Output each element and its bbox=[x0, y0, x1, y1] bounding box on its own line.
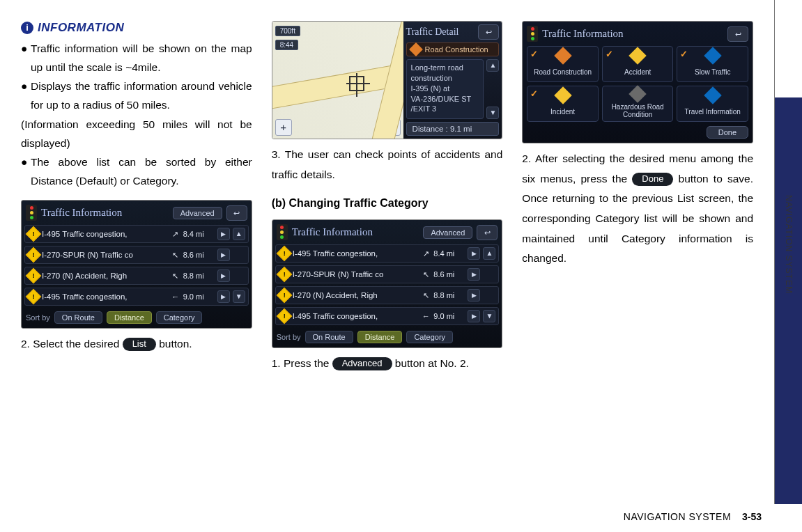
info-bullet-1: Traffic information will be shown on the… bbox=[31, 39, 252, 77]
ti-title: Traffic Information bbox=[292, 226, 419, 238]
category-label: Slow Traffic bbox=[695, 65, 731, 79]
footer-page: 3-53 bbox=[742, 511, 762, 522]
traffic-row-icon: ! bbox=[276, 246, 292, 262]
traffic-row-expand[interactable]: ▶ bbox=[468, 247, 480, 260]
traffic-row-direction-icon: ↗ bbox=[171, 230, 180, 239]
map-scale-badge: 700ft bbox=[275, 26, 300, 36]
category-diamond-icon bbox=[704, 86, 721, 104]
traffic-list-row[interactable]: !I-270 (N) Accident, Righ↖8.8 mi▶ bbox=[275, 286, 500, 304]
traffic-row-expand[interactable]: ▶ bbox=[468, 268, 480, 281]
category-diamond-icon bbox=[629, 85, 646, 102]
info-note: (Information exceeding 50 miles will not… bbox=[21, 115, 252, 152]
traffic-row-icon: ! bbox=[26, 226, 42, 242]
col3-step2: 2. After selecting the desired menu amon… bbox=[522, 149, 753, 269]
category-tile[interactable]: ✓Slow Traffic bbox=[677, 46, 748, 82]
traffic-row-direction-icon: ↖ bbox=[171, 251, 180, 260]
traffic-list-row[interactable]: !I-495 Traffic congestion,↗8.4 mi▶▲ bbox=[24, 225, 249, 243]
category-label: Accident bbox=[624, 65, 651, 79]
info-icon: i bbox=[21, 22, 33, 34]
traffic-detail-screenshot: 700ft 8:44 + − Traffic Detail ↩ Road Con… bbox=[272, 21, 503, 139]
cat-title: Traffic Information bbox=[542, 28, 723, 40]
col2-step1: 1. Press the Advanced button at No. 2. bbox=[272, 354, 503, 374]
traffic-row-icon: ! bbox=[276, 288, 292, 304]
traffic-list-row[interactable]: !I-270-SPUR (N) Traffic co↖8.6 mi▶ bbox=[275, 265, 500, 283]
traffic-row-direction-icon: ↖ bbox=[421, 291, 431, 300]
footer-section: NAVIGATION SYSTEM bbox=[624, 511, 731, 522]
back-button[interactable]: ↩ bbox=[226, 205, 247, 221]
sort-category[interactable]: Category bbox=[156, 311, 203, 324]
information-title: INFORMATION bbox=[38, 21, 124, 35]
scroll-up-button[interactable]: ▲ bbox=[233, 228, 245, 240]
category-tile[interactable]: Hazardous Road Condition bbox=[602, 86, 674, 122]
scroll-down-button[interactable]: ▼ bbox=[486, 107, 499, 119]
category-tile[interactable]: ✓Road Construction bbox=[527, 46, 599, 82]
traffic-row-direction-icon: ↗ bbox=[421, 249, 431, 258]
traffic-row-distance: 8.8 mi bbox=[183, 272, 215, 280]
traffic-list-row[interactable]: !I-270-SPUR (N) Traffic co↖8.6 mi▶ bbox=[24, 246, 249, 264]
information-list: ●Traffic information will be shown on th… bbox=[21, 39, 252, 190]
traffic-row-expand[interactable]: ▶ bbox=[217, 290, 230, 303]
traffic-row-expand[interactable]: ▶ bbox=[468, 289, 480, 302]
back-button[interactable]: ↩ bbox=[477, 225, 498, 240]
traffic-row-label: I-495 Traffic congestion, bbox=[293, 312, 419, 320]
traffic-row-label: I-270-SPUR (N) Traffic co bbox=[293, 270, 419, 279]
category-diamond-icon bbox=[554, 47, 571, 64]
advanced-button[interactable]: Advanced bbox=[423, 226, 472, 239]
traffic-row-distance: 9.0 mi bbox=[183, 292, 215, 301]
traffic-list-row[interactable]: !I-270 (N) Accident, Righ↖8.8 mi▶ bbox=[24, 267, 249, 285]
sort-on-route[interactable]: On Route bbox=[54, 311, 102, 324]
traffic-light-icon bbox=[277, 224, 288, 240]
traffic-list-row[interactable]: !I-495 Traffic congestion,↗8.4 mi▶▲ bbox=[275, 244, 500, 263]
traffic-row-expand[interactable]: ▶ bbox=[217, 228, 230, 240]
scroll-up-button[interactable]: ▲ bbox=[486, 59, 499, 72]
sort-on-route[interactable]: On Route bbox=[305, 331, 353, 343]
traffic-row-icon: ! bbox=[26, 247, 42, 263]
traffic-light-icon bbox=[26, 205, 37, 221]
advanced-button-inline[interactable]: Advanced bbox=[332, 357, 392, 370]
done-button[interactable]: Done bbox=[707, 126, 748, 139]
back-button[interactable]: ↩ bbox=[727, 26, 748, 42]
traffic-row-distance: 8.8 mi bbox=[433, 291, 465, 299]
traffic-row-expand[interactable]: ▶ bbox=[217, 249, 230, 261]
category-tile[interactable]: ✓Incident bbox=[527, 86, 599, 122]
category-tile[interactable]: Travel Information bbox=[677, 86, 748, 122]
check-icon: ✓ bbox=[606, 49, 613, 59]
traffic-row-label: I-495 Traffic congestion, bbox=[42, 230, 168, 238]
traffic-info-list-screenshot: Traffic Information Advanced ↩ !I-495 Tr… bbox=[21, 200, 252, 329]
traffic-list-row[interactable]: !I-495 Traffic congestion,←9.0 mi▶▼ bbox=[24, 288, 249, 306]
sort-distance[interactable]: Distance bbox=[357, 331, 403, 343]
traffic-list-row[interactable]: !I-495 Traffic congestion,←9.0 mi▶▼ bbox=[275, 307, 500, 325]
sort-distance[interactable]: Distance bbox=[107, 311, 152, 324]
list-button[interactable]: List bbox=[123, 338, 156, 351]
col2-step3: 3. The user can check points of accident… bbox=[272, 145, 503, 185]
scroll-up-button[interactable]: ▲ bbox=[483, 247, 495, 260]
traffic-row-distance: 9.0 mi bbox=[433, 312, 465, 320]
traffic-row-label: I-270 (N) Accident, Righ bbox=[42, 272, 168, 280]
map-panel[interactable]: 700ft 8:44 + − bbox=[272, 22, 403, 139]
traffic-detail-distance: Distance : 9.1 mi bbox=[406, 122, 500, 136]
traffic-row-icon: ! bbox=[26, 268, 42, 284]
zoom-out-button[interactable]: − bbox=[384, 119, 401, 136]
traffic-row-label: I-495 Traffic congestion, bbox=[293, 249, 419, 258]
side-tab-label: NAVIGATION SYSTEM bbox=[784, 195, 794, 294]
done-button-inline[interactable]: Done bbox=[632, 173, 673, 186]
traffic-row-distance: 8.4 mi bbox=[433, 249, 465, 258]
info-bullet-3: The above list can be sorted by either D… bbox=[31, 152, 252, 190]
sort-category[interactable]: Category bbox=[406, 331, 453, 343]
sort-by-label: Sort by bbox=[26, 313, 50, 322]
advanced-button[interactable]: Advanced bbox=[173, 207, 222, 219]
traffic-row-direction-icon: ← bbox=[421, 312, 431, 320]
back-button[interactable]: ↩ bbox=[478, 24, 499, 40]
category-diamond-icon bbox=[704, 47, 721, 64]
traffic-row-expand[interactable]: ▶ bbox=[217, 269, 230, 282]
traffic-row-direction-icon: ↖ bbox=[171, 272, 180, 281]
traffic-row-expand[interactable]: ▶ bbox=[468, 310, 480, 322]
traffic-row-distance: 8.4 mi bbox=[183, 230, 215, 238]
side-tab: NAVIGATION SYSTEM bbox=[774, 0, 802, 504]
ti-title: Traffic Information bbox=[41, 207, 169, 219]
scroll-down-button[interactable]: ▼ bbox=[483, 310, 495, 322]
scroll-down-button[interactable]: ▼ bbox=[233, 290, 245, 303]
category-tile[interactable]: ✓Accident bbox=[602, 46, 674, 82]
road-construction-banner: Road Construction bbox=[406, 42, 500, 56]
zoom-in-button[interactable]: + bbox=[275, 119, 292, 136]
